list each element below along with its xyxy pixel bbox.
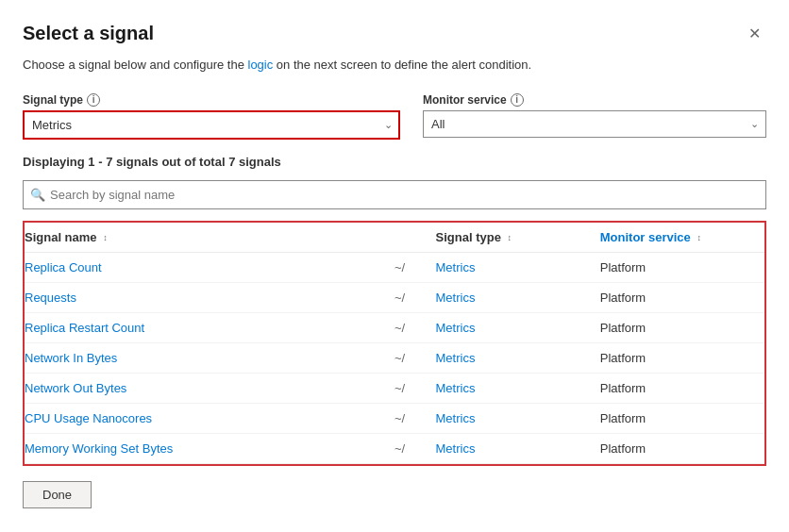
monitor-service-cell: Platform — [600, 312, 764, 342]
search-input[interactable] — [23, 180, 766, 209]
monitor-service-cell: Platform — [600, 252, 764, 282]
monitor-service-cell: Platform — [600, 373, 764, 403]
signal-name-cell[interactable]: Requests — [25, 282, 394, 312]
signal-type-cell: Metrics — [436, 373, 600, 403]
table-row: CPU Usage Nanocores ~/ Metrics Platform — [25, 403, 764, 433]
table-row: Requests ~/ Metrics Platform — [25, 282, 764, 312]
monitor-service-cell: Platform — [600, 342, 764, 373]
signals-tbody: Replica Count ~/ Metrics Platform Reques… — [25, 252, 764, 463]
signal-name-sort-icon[interactable]: ↕ — [103, 234, 108, 242]
monitor-service-cell: Platform — [600, 403, 764, 433]
signal-type-cell: Metrics — [436, 342, 600, 373]
signal-name-cell[interactable]: Network Out Bytes — [25, 373, 394, 403]
table-row: Network In Bytes ~/ Metrics Platform — [25, 342, 764, 373]
monitor-service-info-icon[interactable]: i — [511, 93, 524, 107]
metrics-icon-cell: ~/ — [394, 312, 436, 342]
close-button[interactable]: ✕ — [743, 23, 766, 44]
dialog-header: Select a signal ✕ — [23, 23, 766, 44]
signal-type-info-icon[interactable]: i — [87, 93, 100, 107]
monitor-service-group: Monitor service i All ⌄ — [423, 93, 766, 140]
signal-type-select[interactable]: Metrics — [23, 110, 400, 140]
signals-count: Displaying 1 - 7 signals out of total 7 … — [23, 155, 766, 169]
col-monitor-service-header: Monitor service ↕ — [600, 223, 764, 253]
table-row: Replica Restart Count ~/ Metrics Platfor… — [25, 312, 764, 342]
signal-type-cell: Metrics — [436, 312, 600, 342]
signals-table-wrapper: Signal name ↕ Signal type ↕ Monitor serv… — [23, 221, 766, 466]
metrics-icon-cell: ~/ — [394, 342, 436, 373]
dialog-title: Select a signal — [23, 23, 154, 44]
footer: Done — [23, 481, 766, 508]
signal-type-cell: Metrics — [436, 433, 600, 463]
signal-type-label: Signal type i — [23, 93, 400, 107]
search-box-wrapper: 🔍 — [23, 180, 766, 209]
signal-type-cell: Metrics — [436, 252, 600, 282]
col-signal-name-header: Signal name ↕ — [25, 223, 394, 253]
metrics-icon-cell: ~/ — [394, 373, 436, 403]
description-text: Choose a signal below and configure the … — [23, 56, 766, 75]
monitor-service-label: Monitor service i — [423, 93, 766, 107]
metrics-icon-cell: ~/ — [394, 433, 436, 463]
select-signal-dialog: Select a signal ✕ Choose a signal below … — [0, 0, 789, 532]
description-after: on the next screen to define the alert c… — [273, 58, 531, 72]
table-row: Memory Working Set Bytes ~/ Metrics Plat… — [25, 433, 764, 463]
done-button[interactable]: Done — [23, 481, 92, 508]
signal-type-cell: Metrics — [436, 403, 600, 433]
table-header: Signal name ↕ Signal type ↕ Monitor serv… — [25, 223, 764, 253]
col-signal-type-header: Signal type ↕ — [436, 223, 600, 253]
signal-name-cell[interactable]: Network In Bytes — [25, 342, 394, 373]
table-row: Replica Count ~/ Metrics Platform — [25, 252, 764, 282]
signal-name-cell[interactable]: CPU Usage Nanocores — [25, 403, 394, 433]
search-icon: 🔍 — [30, 188, 45, 202]
metrics-icon-cell: ~/ — [394, 403, 436, 433]
monitor-service-sort-icon[interactable]: ↕ — [697, 234, 701, 242]
description-before: Choose a signal below and configure the — [23, 58, 248, 72]
signal-type-select-wrapper: Metrics ⌄ — [23, 110, 400, 140]
signal-name-cell[interactable]: Replica Restart Count — [25, 312, 394, 342]
monitor-service-select[interactable]: All — [423, 110, 766, 138]
signal-name-cell[interactable]: Memory Working Set Bytes — [25, 433, 394, 463]
signal-type-sort-icon[interactable]: ↕ — [508, 234, 512, 242]
monitor-service-cell: Platform — [600, 282, 764, 312]
logic-link[interactable]: logic — [248, 58, 274, 72]
metrics-icon-cell: ~/ — [394, 252, 436, 282]
col-spacer-header — [394, 223, 436, 253]
signals-table: Signal name ↕ Signal type ↕ Monitor serv… — [25, 223, 764, 464]
signal-type-cell: Metrics — [436, 282, 600, 312]
table-row: Network Out Bytes ~/ Metrics Platform — [25, 373, 764, 403]
signal-name-cell[interactable]: Replica Count — [25, 252, 394, 282]
monitor-service-cell: Platform — [600, 433, 764, 463]
form-row: Signal type i Metrics ⌄ Monitor service … — [23, 93, 766, 140]
metrics-icon-cell: ~/ — [394, 282, 436, 312]
monitor-service-select-wrapper: All ⌄ — [423, 110, 766, 138]
signal-type-group: Signal type i Metrics ⌄ — [23, 93, 400, 140]
